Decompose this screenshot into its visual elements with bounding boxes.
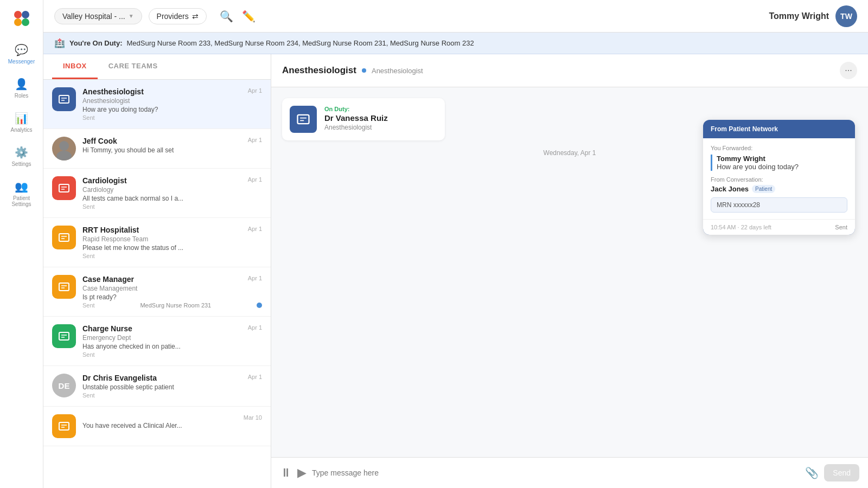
from-conversation-label: From Conversation: (711, 176, 847, 183)
attachment-icon[interactable]: 📎 (805, 466, 819, 479)
sidebar: 💬 Messenger 👤 Roles 📊 Analytics ⚙️ Setti… (0, 0, 43, 488)
message-list: Anesthesiologist Apr 1 Anesthesiologist … (43, 80, 271, 488)
list-item[interactable]: Anesthesiologist Apr 1 Anesthesiologist … (43, 80, 271, 129)
forward-button[interactable]: ▶ (297, 466, 307, 480)
svg-rect-10 (59, 332, 69, 340)
forwarded-time: 10:54 AM · 22 days left (711, 224, 771, 230)
analytics-icon: 📊 (15, 112, 28, 125)
on-duty-card-info: On Duty: Dr Vanessa Ruiz Anesthesiologis… (324, 106, 388, 131)
on-duty-avatar (290, 106, 317, 133)
svg-point-1 (22, 11, 29, 18)
sidebar-item-messenger[interactable]: 💬 Messenger (3, 39, 40, 69)
content-area: INBOX CARE TEAMS Anesthesiologist Apr 1 (43, 54, 868, 488)
on-duty-label: You're On Duty: (69, 39, 122, 47)
avatar (52, 275, 76, 299)
message-content: Anesthesiologist Apr 1 Anesthesiologist … (82, 87, 262, 121)
topbar: Valley Hospital - ... ▼ Providers ⇄ 🔍 ✏️… (43, 0, 868, 33)
conv-name: Jack Jones (711, 185, 749, 193)
forwarded-message: Tommy Wright How are you doing today? (711, 155, 847, 171)
send-button[interactable]: Send (824, 464, 859, 481)
chevron-down-icon: ▼ (129, 13, 134, 19)
inbox-tabs: INBOX CARE TEAMS (43, 54, 271, 80)
chat-menu-button[interactable]: ··· (840, 62, 857, 79)
settings-icon: ⚙️ (15, 146, 28, 159)
messenger-icon: 💬 (15, 43, 28, 56)
sidebar-item-patient-settings[interactable]: 👥 Patient Settings (3, 176, 40, 211)
hospital-name: Valley Hospital - ... (62, 12, 125, 21)
svg-rect-9 (59, 283, 69, 291)
avatar (52, 324, 76, 348)
sidebar-item-settings[interactable]: ⚙️ Settings (3, 142, 40, 171)
forwarded-body: You Forwarded: Tommy Wright How are you … (703, 138, 855, 219)
providers-label: Providers (157, 12, 189, 21)
switch-icon: ⇄ (192, 12, 199, 21)
topbar-icons: 🔍 ✏️ (220, 10, 256, 23)
conv-badge: Patient (752, 185, 775, 193)
message-content: Dr Chris Evangelista Apr 1 Unstable poss… (82, 374, 262, 399)
on-duty-banner: 🏥 You're On Duty: MedSurg Nurse Room 233… (43, 33, 868, 54)
forwarded-footer: 10:54 AM · 22 days left Sent (703, 219, 855, 235)
hospital-selector[interactable]: Valley Hospital - ... ▼ (54, 8, 142, 24)
avatar (52, 137, 76, 160)
message-content: RRT Hospitalist Apr 1 Rapid Response Tea… (82, 226, 262, 259)
on-duty-name: Dr Vanessa Ruiz (324, 113, 388, 123)
compose-icon[interactable]: ✏️ (242, 10, 256, 23)
chat-header: Anesthesiologist Anesthesiologist ··· (271, 54, 868, 87)
sidebar-item-analytics[interactable]: 📊 Analytics (3, 107, 40, 137)
svg-rect-8 (59, 234, 69, 241)
message-content: Case Manager Apr 1 Case Management Is pt… (82, 275, 262, 309)
list-item[interactable]: RRT Hospitalist Apr 1 Rapid Response Tea… (43, 218, 271, 267)
search-icon[interactable]: 🔍 (220, 10, 233, 23)
sidebar-item-roles[interactable]: 👤 Roles (3, 73, 40, 103)
list-item[interactable]: DE Dr Chris Evangelista Apr 1 Unstable p… (43, 366, 271, 407)
you-forwarded-label: You Forwarded: (711, 145, 847, 151)
avatar (52, 87, 76, 111)
mrn-field: MRN xxxxxx28 (711, 197, 847, 213)
on-duty-tag: On Duty: (324, 106, 388, 112)
svg-rect-11 (59, 422, 69, 430)
avatar (52, 414, 76, 438)
tab-inbox[interactable]: INBOX (52, 54, 98, 79)
chat-input-bar: ⏸ ▶ 📎 Send (271, 457, 868, 488)
avatar (52, 176, 76, 200)
list-item[interactable]: Cardiologist Apr 1 Cardiology All tests … (43, 169, 271, 218)
svg-point-6 (56, 151, 72, 160)
svg-rect-7 (59, 184, 69, 192)
message-content: Charge Nurse Apr 1 Emergency Dept Has an… (82, 324, 262, 358)
list-item[interactable]: Charge Nurse Apr 1 Emergency Dept Has an… (43, 317, 271, 366)
tab-care-teams[interactable]: CARE TEAMS (98, 54, 169, 79)
on-duty-card: On Duty: Dr Vanessa Ruiz Anesthesiologis… (282, 98, 445, 140)
roles-icon: 👤 (15, 78, 28, 91)
on-duty-rooms: MedSurg Nurse Room 233, MedSurg Nurse Ro… (126, 39, 474, 47)
message-content: Jeff Cook Apr 1 Hi Tommy, you should be … (82, 137, 262, 155)
list-item[interactable]: Jeff Cook Apr 1 Hi Tommy, you should be … (43, 129, 271, 169)
list-item[interactable]: Mar 10 You have received a Clinical Aler… (43, 407, 271, 446)
svg-point-3 (22, 18, 29, 26)
main-content: Valley Hospital - ... ▼ Providers ⇄ 🔍 ✏️… (43, 0, 868, 488)
pause-button[interactable]: ⏸ (280, 466, 292, 480)
forwarded-text: How are you doing today? (717, 163, 847, 171)
svg-point-2 (14, 18, 22, 26)
user-info: Tommy Wright TW (769, 5, 857, 27)
inbox-panel: INBOX CARE TEAMS Anesthesiologist Apr 1 (43, 54, 271, 488)
forwarded-conversation: Jack Jones Patient (711, 185, 847, 193)
forwarded-header: From Patient Network (703, 120, 855, 138)
list-item[interactable]: Case Manager Apr 1 Case Management Is pt… (43, 267, 271, 317)
chat-subtitle: Anesthesiologist (372, 67, 423, 75)
svg-point-0 (14, 11, 22, 18)
chat-title: Anesthesiologist (282, 65, 356, 76)
svg-rect-12 (298, 115, 309, 124)
chat-panel: Anesthesiologist Anesthesiologist ··· On… (271, 54, 868, 488)
chat-body: On Duty: Dr Vanessa Ruiz Anesthesiologis… (271, 87, 868, 457)
message-content: Mar 10 You have received a Clinical Aler… (82, 414, 262, 429)
svg-rect-4 (59, 95, 69, 103)
avatar: DE (52, 374, 76, 397)
user-name: Tommy Wright (769, 11, 829, 21)
forwarded-popup: From Patient Network You Forwarded: Tomm… (703, 120, 855, 235)
message-content: Cardiologist Apr 1 Cardiology All tests … (82, 176, 262, 210)
providers-button[interactable]: Providers ⇄ (149, 8, 207, 24)
on-duty-icon: 🏥 (54, 38, 65, 48)
avatar: TW (835, 5, 857, 27)
message-input[interactable] (312, 468, 800, 477)
app-logo (9, 5, 35, 31)
